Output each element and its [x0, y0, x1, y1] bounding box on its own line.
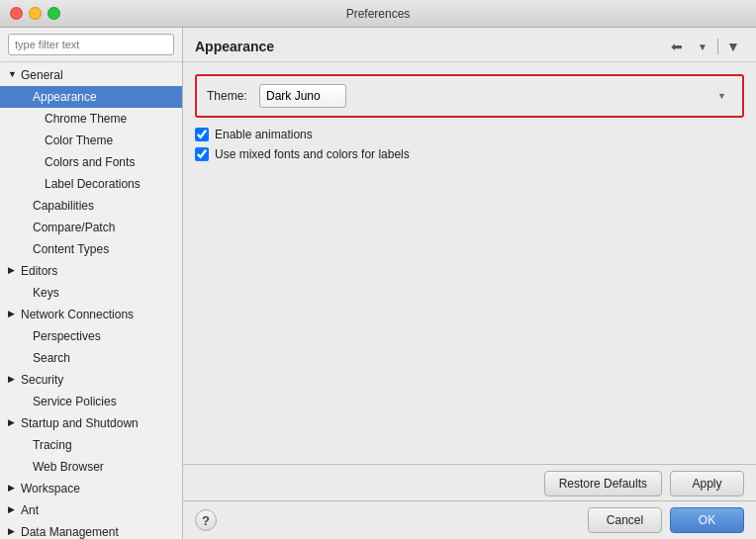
sidebar-item-label: Search — [33, 349, 70, 367]
content-header: Appearance ⬅ ▼ ▼ — [183, 28, 756, 62]
filter-container — [0, 28, 182, 62]
sidebar-item-ant[interactable]: ▶Ant — [0, 499, 182, 521]
sidebar-item-label: Keys — [33, 284, 59, 302]
sidebar: ▼GeneralAppearanceChrome ThemeColor Them… — [0, 28, 183, 539]
sidebar-item-label: Appearance — [33, 88, 97, 106]
sidebar-item-label: Data Management — [21, 523, 119, 539]
sidebar-item-editors[interactable]: ▶Editors — [0, 260, 182, 282]
expand-arrow-icon: ▶ — [8, 264, 18, 278]
window-controls[interactable] — [10, 7, 60, 20]
sidebar-item-label: Web Browser — [33, 458, 104, 476]
minimize-button[interactable] — [29, 7, 42, 20]
footer-row: ? Cancel OK — [183, 500, 756, 539]
enable-animations-row: Enable animations — [195, 128, 744, 141]
sidebar-item-network-connections[interactable]: ▶Network Connections — [0, 304, 182, 325]
maximize-button[interactable] — [47, 7, 60, 20]
dropdown-icon[interactable]: ▼ — [692, 36, 713, 57]
sidebar-item-label: Label Decorations — [45, 175, 141, 193]
sidebar-item-colors-and-fonts[interactable]: Colors and Fonts — [0, 151, 182, 173]
sidebar-item-label: Startup and Shutdown — [21, 414, 139, 432]
sidebar-item-web-browser[interactable]: Web Browser — [0, 456, 182, 478]
mixed-fonts-label: Use mixed fonts and colors for labels — [215, 147, 410, 161]
cancel-button[interactable]: Cancel — [588, 507, 662, 533]
expand-arrow-icon: ▶ — [8, 503, 18, 517]
enable-animations-label: Enable animations — [215, 128, 313, 141]
content-body: Theme: Dark JunoClassicLightHigh Contras… — [183, 62, 756, 464]
sidebar-item-label: Capabilities — [33, 197, 94, 215]
menu-icon[interactable]: ▼ — [722, 36, 744, 57]
expand-arrow-icon: ▶ — [8, 308, 18, 321]
sidebar-item-search[interactable]: Search — [0, 347, 182, 369]
theme-select[interactable]: Dark JunoClassicLightHigh Contrast — [259, 84, 346, 108]
sidebar-item-service-policies[interactable]: Service Policies — [0, 391, 182, 412]
theme-label: Theme: — [207, 89, 251, 103]
theme-section: Theme: Dark JunoClassicLightHigh Contras… — [195, 74, 744, 118]
sidebar-item-appearance[interactable]: Appearance — [0, 86, 182, 108]
sidebar-item-color-theme[interactable]: Color Theme — [0, 130, 182, 151]
sidebar-item-label: Chrome Theme — [45, 110, 127, 128]
sidebar-item-label: Editors — [21, 262, 57, 280]
sidebar-item-startup-shutdown[interactable]: ▶Startup and Shutdown — [0, 412, 182, 434]
sidebar-item-label: Security — [21, 371, 63, 389]
sidebar-item-label: Colors and Fonts — [45, 153, 135, 171]
sidebar-item-label: Tracing — [33, 436, 72, 454]
restore-defaults-button[interactable]: Restore Defaults — [544, 471, 662, 496]
content-title: Appearance — [195, 39, 274, 54]
sidebar-item-content-types[interactable]: Content Types — [0, 238, 182, 260]
sidebar-item-security[interactable]: ▶Security — [0, 369, 182, 391]
restore-apply-row: Restore Defaults Apply — [183, 465, 756, 500]
icon-separator — [717, 39, 718, 54]
sidebar-item-label: Compare/Patch — [33, 219, 115, 236]
title-bar: Preferences — [0, 0, 756, 28]
close-button[interactable] — [10, 7, 23, 20]
expand-arrow-icon: ▼ — [8, 68, 18, 82]
enable-animations-checkbox[interactable] — [195, 128, 209, 141]
apply-button[interactable]: Apply — [670, 471, 744, 496]
sidebar-item-compare-patch[interactable]: Compare/Patch — [0, 217, 182, 238]
tree-container: ▼GeneralAppearanceChrome ThemeColor Them… — [0, 62, 182, 539]
theme-row: Theme: Dark JunoClassicLightHigh Contras… — [207, 84, 732, 108]
sidebar-item-label: Content Types — [33, 240, 109, 258]
sidebar-item-label: Color Theme — [45, 132, 113, 149]
sidebar-item-keys[interactable]: Keys — [0, 282, 182, 304]
header-icons: ⬅ ▼ ▼ — [666, 36, 744, 57]
expand-arrow-icon: ▶ — [8, 373, 18, 387]
mixed-fonts-row: Use mixed fonts and colors for labels — [195, 147, 744, 161]
sidebar-item-label: Workspace — [21, 480, 80, 497]
expand-arrow-icon: ▶ — [8, 416, 18, 430]
sidebar-item-tracing[interactable]: Tracing — [0, 434, 182, 456]
theme-select-wrapper: Dark JunoClassicLightHigh Contrast — [259, 84, 732, 108]
sidebar-item-label: Perspectives — [33, 327, 101, 345]
sidebar-item-label: Network Connections — [21, 306, 134, 323]
sidebar-item-workspace[interactable]: ▶Workspace — [0, 478, 182, 499]
ok-button[interactable]: OK — [670, 507, 744, 533]
sidebar-item-perspectives[interactable]: Perspectives — [0, 325, 182, 347]
sidebar-item-chrome-theme[interactable]: Chrome Theme — [0, 108, 182, 130]
bottom-bar: Restore Defaults Apply ? Cancel OK — [183, 464, 756, 539]
back-icon[interactable]: ⬅ — [666, 36, 688, 57]
sidebar-item-general[interactable]: ▼General — [0, 64, 182, 86]
sidebar-item-label: Ant — [21, 501, 39, 519]
main-container: ▼GeneralAppearanceChrome ThemeColor Them… — [0, 28, 756, 539]
sidebar-item-label: Service Policies — [33, 393, 117, 410]
sidebar-item-capabilities[interactable]: Capabilities — [0, 195, 182, 217]
expand-arrow-icon: ▶ — [8, 482, 18, 495]
window-title: Preferences — [346, 7, 411, 21]
mixed-fonts-checkbox[interactable] — [195, 147, 209, 161]
content-area: Appearance ⬅ ▼ ▼ Theme: Dark JunoClassic… — [183, 28, 756, 539]
footer-buttons: Cancel OK — [588, 507, 744, 533]
sidebar-item-label-decorations[interactable]: Label Decorations — [0, 173, 182, 195]
filter-input[interactable] — [8, 34, 174, 55]
sidebar-item-label: General — [21, 66, 63, 84]
help-button[interactable]: ? — [195, 509, 217, 531]
expand-arrow-icon: ▶ — [8, 525, 18, 539]
sidebar-item-data-management[interactable]: ▶Data Management — [0, 521, 182, 539]
